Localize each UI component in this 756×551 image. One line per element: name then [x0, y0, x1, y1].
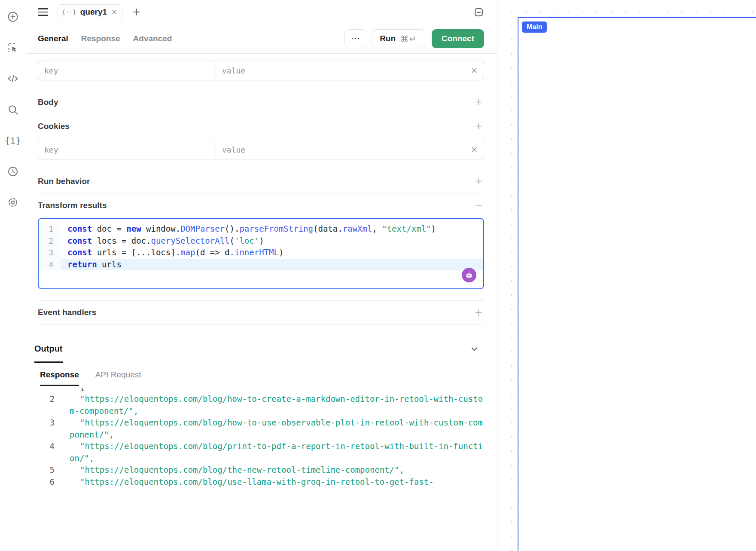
section-label: Cookies: [38, 122, 70, 131]
run-shortcut: ⌘↵: [400, 34, 417, 44]
kv-value-input[interactable]: [216, 61, 465, 80]
query-editor-content: Body Cookies: [26, 61, 497, 324]
add-circle-icon[interactable]: [7, 11, 19, 23]
output-list: [ 2"https://eloquentops.com/blog/how-to-…: [34, 388, 480, 488]
close-tab-icon[interactable]: [111, 9, 118, 15]
code-line[interactable]: 1const doc = new window.DOMParser().pars…: [39, 223, 483, 235]
output-row: 2"https://eloquentops.com/blog/how-to-cr…: [34, 393, 480, 417]
kv-key-input[interactable]: [38, 61, 216, 80]
code-line[interactable]: 3const urls = [...locs].map(d => d.inner…: [39, 247, 483, 259]
run-label: Run: [380, 34, 396, 43]
output-row: 5"https://eloquentops.com/blog/the-new-r…: [34, 464, 480, 476]
query-type-icon: {··}: [62, 9, 76, 15]
query-toolbar: General Response Advanced ··· Run ⌘↵ Con…: [26, 24, 497, 54]
collapse-panel-button[interactable]: [473, 6, 484, 18]
kv-value-input[interactable]: [216, 140, 465, 159]
ai-assistant-button[interactable]: [462, 268, 476, 282]
transform-code-editor[interactable]: 1const doc = new window.DOMParser().pars…: [38, 218, 484, 289]
section-event-handlers: Event handlers: [38, 300, 484, 324]
code-line[interactable]: 2const locs = doc.querySelectorAll('loc'…: [39, 235, 483, 247]
clear-row-icon[interactable]: [465, 146, 484, 153]
state-braces-icon[interactable]: {i}: [7, 135, 19, 147]
output-row: 3"https://eloquentops.com/blog/how-to-us…: [34, 417, 480, 441]
chevron-down-icon[interactable]: [469, 343, 480, 355]
history-clock-icon[interactable]: [7, 165, 19, 178]
section-label: Run behavior: [38, 177, 90, 186]
section-label: Event handlers: [38, 308, 96, 317]
section-label: Transform results: [38, 201, 107, 210]
add-cookie-button[interactable]: [473, 121, 484, 132]
expand-run-behavior-button[interactable]: [473, 176, 484, 187]
cookie-kv-row: [38, 140, 484, 159]
more-options-button[interactable]: ···: [344, 29, 367, 48]
kv-key-cell: [38, 61, 216, 80]
section-run-behavior: Run behavior: [38, 169, 484, 193]
section-cookies: Cookies: [38, 114, 484, 138]
code-lines: 1const doc = new window.DOMParser().pars…: [39, 219, 483, 288]
query-tab-label: query1: [80, 7, 107, 17]
app-canvas[interactable]: Main: [498, 0, 756, 551]
section-label: Body: [38, 98, 58, 107]
output-header: Output: [34, 336, 480, 362]
main-frame-badge[interactable]: Main: [522, 21, 547, 33]
query-editor-panel: {··} query1 General Response Advanced ··…: [26, 0, 497, 551]
output-row: 4"https://eloquentops.com/blog/print-to-…: [34, 441, 480, 464]
query-tab-bar: {··} query1: [26, 0, 497, 24]
add-body-button[interactable]: [473, 97, 484, 108]
run-button[interactable]: Run ⌘↵: [372, 29, 425, 48]
tab-response[interactable]: Response: [81, 34, 120, 43]
tab-output-response[interactable]: Response: [40, 370, 79, 386]
kv-value-cell: [216, 140, 484, 159]
collapse-transform-button[interactable]: [473, 200, 484, 211]
add-tab-button[interactable]: [131, 6, 142, 18]
left-icon-rail: {i}: [0, 0, 26, 551]
code-icon[interactable]: [7, 73, 19, 85]
kv-value-cell: [216, 61, 484, 80]
query-tab[interactable]: {··} query1: [58, 4, 122, 20]
section-transform-results: Transform results: [38, 193, 484, 217]
editor-pointer-icon[interactable]: [7, 42, 19, 54]
section-body: Body: [38, 90, 484, 114]
tab-advanced[interactable]: Advanced: [133, 34, 172, 43]
output-title-tab[interactable]: Output: [34, 336, 63, 362]
robot-icon: [465, 271, 473, 279]
menu-icon[interactable]: [38, 8, 48, 15]
tab-general[interactable]: General: [38, 34, 68, 43]
main-frame[interactable]: Main: [518, 17, 756, 551]
settings-gear-icon[interactable]: [7, 196, 19, 208]
clear-row-icon[interactable]: [465, 67, 484, 74]
search-icon[interactable]: [7, 104, 19, 116]
tab-output-api-request[interactable]: API Request: [95, 370, 141, 386]
output-row: 6"https://eloquentops.com/blog/use-llama…: [34, 476, 480, 488]
output-tabs: Response API Request: [34, 370, 480, 386]
connect-button[interactable]: Connect: [432, 29, 484, 48]
kv-key-cell: [38, 140, 216, 159]
add-event-handler-button[interactable]: [473, 307, 484, 318]
kv-key-input[interactable]: [38, 140, 216, 159]
header-kv-row: [38, 61, 484, 80]
output-partial-line: [: [80, 388, 480, 393]
output-section: Output Response API Request [ 2"https://…: [26, 336, 497, 488]
code-line[interactable]: 4return urls: [39, 259, 483, 271]
